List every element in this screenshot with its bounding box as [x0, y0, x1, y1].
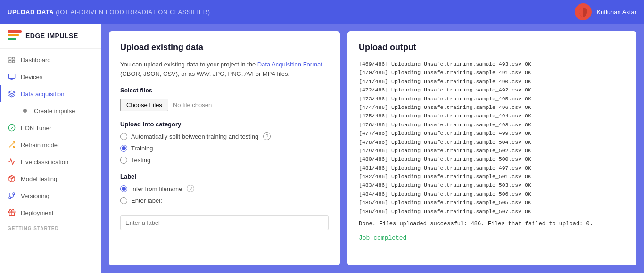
logo: EDGE IMPULSE: [0, 24, 101, 49]
radio-auto-split[interactable]: Automatically split between training and…: [120, 132, 329, 140]
radio-auto-split-input[interactable]: [120, 133, 127, 140]
sidebar-item-label: Versioning: [21, 192, 50, 199]
radio-enter-label-text: Enter label:: [131, 197, 162, 204]
radio-testing-label: Testing: [131, 157, 150, 164]
sidebar-item-deployment[interactable]: Deployment: [0, 204, 101, 221]
sidebar-item-label: Retrain model: [21, 141, 59, 149]
help-icon[interactable]: ?: [263, 132, 271, 140]
sidebar-item-model-testing[interactable]: Model testing: [0, 170, 101, 187]
content-area: Upload existing data You can upload exis…: [101, 24, 644, 273]
layers-icon: [8, 90, 16, 98]
svg-rect-1: [12, 57, 15, 59]
log-line: [484/486] Uploading Unsafe.training.samp…: [359, 190, 625, 199]
job-completed-label: Job completed: [359, 233, 625, 243]
done-message: Done. Files uploaded successful: 486. Fi…: [359, 220, 625, 229]
radio-enter-label-input[interactable]: [120, 197, 127, 204]
package-icon: [8, 174, 16, 183]
git-branch-icon: [8, 191, 16, 200]
sidebar-item-label: Live classification: [21, 158, 68, 165]
log-line: [476/486] Uploading Unsafe.training.samp…: [359, 121, 625, 129]
upload-description: You can upload existing data to your pro…: [120, 60, 329, 78]
radio-training[interactable]: Training: [120, 145, 329, 152]
radio-infer-filename-label: Infer from filename: [131, 185, 182, 192]
log-line: [474/486] Uploading Unsafe.training.samp…: [359, 103, 625, 112]
data-acquisition-link[interactable]: Data Acquisition Format: [257, 61, 322, 68]
log-line: [477/486] Uploading Unsafe.training.samp…: [359, 129, 625, 138]
getting-started-label: GETTING STARTED: [0, 221, 101, 233]
app-header: UPLOAD DATA (IOT AI-DRIVEN FOOD IRRADIAT…: [0, 0, 644, 24]
shuffle-icon: [8, 141, 16, 149]
activity-icon: [8, 157, 16, 166]
sidebar-item-retrain-model[interactable]: Retrain model: [0, 136, 101, 153]
log-line: [483/486] Uploading Unsafe.training.samp…: [359, 181, 625, 190]
file-input-row: Choose Files No file chosen: [120, 99, 329, 111]
sidebar-item-label: EON Tuner: [21, 124, 51, 132]
label-radio-group: Infer from filename ? Enter label:: [120, 185, 329, 204]
sidebar-item-dashboard[interactable]: Dashboard: [0, 51, 101, 68]
radio-testing[interactable]: Testing: [120, 157, 329, 164]
svg-rect-4: [8, 74, 15, 78]
sidebar-item-versioning[interactable]: Versioning: [0, 187, 101, 204]
sidebar: EDGE IMPULSE Dashboard: [0, 24, 101, 273]
upload-category-label: Upload into category: [120, 121, 329, 128]
infer-help-icon[interactable]: ?: [187, 185, 194, 192]
svg-point-15: [13, 193, 15, 195]
label-input[interactable]: [120, 215, 329, 230]
monitor-icon: [8, 73, 16, 81]
grid-icon: [8, 56, 16, 64]
sidebar-item-label: Create impulse: [34, 108, 75, 115]
svg-rect-2: [9, 60, 11, 63]
log-line: [482/486] Uploading Unsafe.training.samp…: [359, 173, 625, 181]
choose-files-button[interactable]: Choose Files: [120, 99, 168, 111]
upload-output-card: Upload output [469/486] Uploading Unsafe…: [347, 31, 636, 265]
sidebar-item-create-impulse[interactable]: Create impulse: [0, 102, 101, 119]
page-title: UPLOAD DATA (IOT AI-DRIVEN FOOD IRRADIAT…: [8, 8, 210, 16]
svg-line-12: [10, 176, 13, 178]
upload-form-card: Upload existing data You can upload exis…: [109, 31, 340, 265]
check-circle-icon: [8, 124, 16, 132]
radio-auto-split-label: Automatically split between training and…: [131, 133, 258, 140]
log-line: [478/486] Uploading Unsafe.training.samp…: [359, 138, 625, 147]
svg-point-8: [23, 109, 27, 113]
log-line: [479/486] Uploading Unsafe.training.samp…: [359, 147, 625, 155]
radio-training-input[interactable]: [120, 145, 127, 152]
log-line: [475/486] Uploading Unsafe.training.samp…: [359, 112, 625, 120]
sidebar-item-label: Deployment: [21, 209, 53, 216]
sidebar-item-label: Data acquisition: [21, 91, 65, 98]
sidebar-item-label: Devices: [21, 74, 42, 81]
log-line: [480/486] Uploading Unsafe.training.samp…: [359, 155, 625, 164]
log-line: [473/486] Uploading Unsafe.training.samp…: [359, 95, 625, 103]
radio-training-label: Training: [131, 145, 153, 152]
category-radio-group: Automatically split between training and…: [120, 132, 329, 164]
sidebar-item-label: Model testing: [21, 175, 57, 182]
user-info: Kutluhan Aktar: [575, 3, 636, 20]
log-line: [481/486] Uploading Unsafe.training.samp…: [359, 164, 625, 173]
log-line: [485/486] Uploading Unsafe.training.samp…: [359, 199, 625, 207]
sidebar-item-live-classification[interactable]: Live classification: [0, 153, 101, 170]
svg-rect-3: [12, 60, 15, 63]
upload-log[interactable]: [469/486] Uploading Unsafe.training.samp…: [359, 60, 625, 254]
dot-icon: [21, 107, 29, 115]
nav-menu: Dashboard Devices: [0, 49, 101, 236]
radio-enter-label[interactable]: Enter label:: [120, 197, 329, 204]
radio-testing-input[interactable]: [120, 157, 127, 164]
username: Kutluhan Aktar: [596, 8, 636, 16]
sidebar-item-devices[interactable]: Devices: [0, 68, 101, 85]
log-line: [470/486] Uploading Unsafe.training.samp…: [359, 68, 625, 77]
log-line: [486/486] Uploading Unsafe.training.samp…: [359, 207, 625, 216]
sidebar-item-label: Dashboard: [21, 57, 51, 64]
upload-form-title: Upload existing data: [120, 42, 329, 52]
svg-marker-7: [8, 91, 15, 94]
log-line: [472/486] Uploading Unsafe.training.samp…: [359, 86, 625, 94]
upload-output-title: Upload output: [359, 42, 625, 52]
radio-infer-filename-input[interactable]: [120, 185, 127, 192]
logo-text: EDGE IMPULSE: [25, 32, 78, 40]
gift-icon: [8, 208, 16, 217]
avatar: [575, 3, 592, 20]
log-line: [471/486] Uploading Unsafe.training.samp…: [359, 77, 625, 86]
sidebar-item-data-acquisition[interactable]: Data acquisition: [0, 85, 101, 102]
sidebar-item-eon-tuner[interactable]: EON Tuner: [0, 119, 101, 136]
radio-infer-filename[interactable]: Infer from filename ?: [120, 185, 329, 192]
logo-icon: [8, 30, 22, 41]
select-files-label: Select files: [120, 87, 329, 94]
